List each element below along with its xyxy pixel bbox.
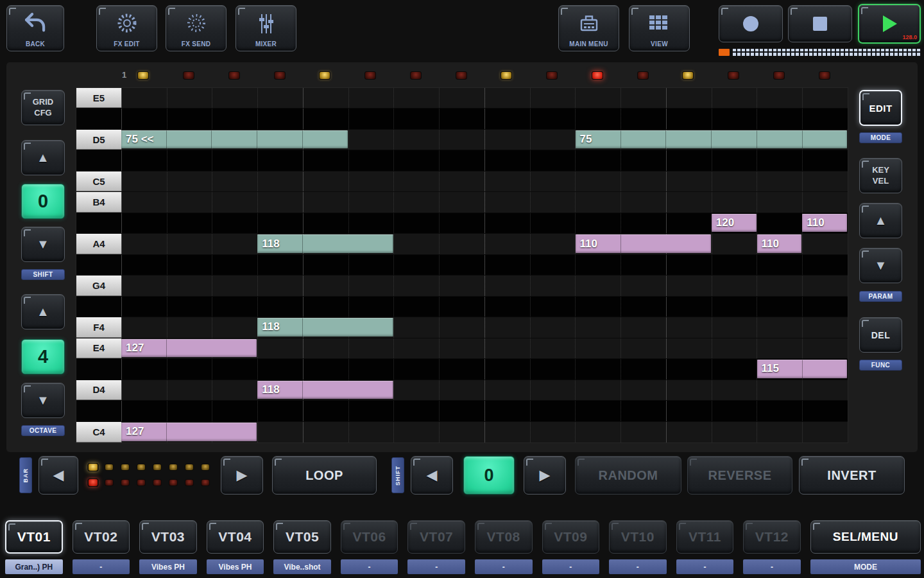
track-button-vt10[interactable]: VT10 [609,520,667,554]
piano-roll[interactable]: E5D575 <<75C5B4120110A4118110110G4F4118E… [76,87,848,443]
loop-button[interactable]: LOOP [272,456,377,495]
note-lane-ds5[interactable] [121,109,848,128]
note-key-gs4[interactable] [76,255,121,275]
note-key-cs4[interactable] [76,401,121,421]
param-up-button[interactable]: ▲ [859,203,902,238]
sel-menu-button[interactable]: SEL/MENU [810,520,921,554]
shift-down-button[interactable]: ▼ [21,227,65,262]
bar-next-button[interactable]: ▶ [221,456,263,495]
note-bar[interactable]: 118 [257,381,393,399]
note-key-b4[interactable]: B4 [76,192,121,212]
track-button-vt03[interactable]: VT03 [139,520,197,554]
note-lane-cs4[interactable] [121,401,848,421]
track-sub-vt03[interactable]: Vibes PH [139,559,197,574]
note-bar[interactable]: 110 [802,214,847,232]
note-bar[interactable]: 127 [121,423,257,441]
note-key-ds4[interactable] [76,359,121,379]
track-button-vt04[interactable]: VT04 [207,520,264,554]
track-button-vt08[interactable]: VT08 [475,520,533,554]
key-vel-button[interactable]: KEY VEL [859,158,902,193]
track-sub-vt01[interactable]: Gran..) PH [5,559,63,574]
note-lane-c5[interactable] [121,171,848,191]
grid-cfg-button[interactable]: GRID CFG [21,90,65,125]
note-key-a4[interactable]: A4 [76,234,121,254]
track-button-vt09[interactable]: VT09 [542,520,600,554]
param-down-button[interactable]: ▼ [859,248,902,283]
note-bar[interactable]: 115 [757,360,848,378]
note-key-as4[interactable] [76,213,121,233]
note-bar[interactable]: 127 [121,339,257,357]
shift-right-button[interactable]: ▶ [524,456,566,495]
track-sub-vt09[interactable]: - [542,559,600,574]
note-bar[interactable]: 120 [712,214,757,232]
del-button[interactable]: DEL [859,317,902,353]
track-button-vt06[interactable]: VT06 [341,520,398,554]
note-bar[interactable]: 110 [576,234,711,252]
fx-edit-button[interactable]: FX EDIT [96,5,157,51]
track-sub-vt12[interactable]: - [743,559,801,574]
random-button[interactable]: RANDOM [575,456,681,495]
track-sub-vt04[interactable]: Vibes PH [207,559,264,574]
invert-button[interactable]: INVERT [799,456,905,495]
track-sub-vt02[interactable]: - [73,559,130,574]
back-button[interactable]: BACK [6,5,64,51]
mixer-button[interactable]: MIXER [235,5,296,51]
note-key-c4[interactable]: C4 [76,422,121,442]
view-button[interactable]: VIEW [629,5,690,51]
note-lane-d4[interactable]: 118 [121,380,848,400]
bar-prev-button[interactable]: ◀ [38,456,78,495]
play-button[interactable]: 128.0 [858,4,921,44]
note-lane-cs5[interactable] [121,150,848,170]
note-key-ds5[interactable] [76,109,121,128]
track-button-vt02[interactable]: VT02 [73,520,130,554]
note-key-g4[interactable]: G4 [76,276,121,295]
main-menu-button[interactable]: MAIN MENU [558,5,619,51]
stop-button[interactable] [788,5,852,42]
note-lane-ds4[interactable]: 115 [121,359,848,379]
edit-mode-button[interactable]: EDIT [859,90,902,126]
note-lane-d5[interactable]: 75 <<75 [121,130,848,150]
track-button-vt12[interactable]: VT12 [743,520,801,554]
track-sub-vt10[interactable]: - [609,559,667,574]
octave-up-button[interactable]: ▲ [21,294,65,329]
note-key-e5[interactable]: E5 [76,88,121,108]
track-button-vt07[interactable]: VT07 [407,520,465,554]
note-lane-gs4[interactable] [121,255,848,275]
note-key-f4[interactable]: F4 [76,317,121,337]
fx-send-button[interactable]: FX SEND [166,5,227,51]
note-key-fs4[interactable] [76,297,121,317]
reverse-button[interactable]: REVERSE [687,456,792,495]
track-sub-vt11[interactable]: - [676,559,734,574]
track-button-vt01[interactable]: VT01 [5,520,63,554]
note-lane-e5[interactable] [121,88,848,108]
note-bar[interactable]: 118 [257,234,393,252]
track-sub-vt07[interactable]: - [407,559,465,574]
note-lane-fs4[interactable] [121,297,848,317]
shift-left-button[interactable]: ◀ [411,456,453,495]
note-bar[interactable]: 110 [757,234,802,252]
note-lane-g4[interactable] [121,276,848,295]
record-button[interactable] [719,5,783,42]
note-bar[interactable]: 75 << [121,130,348,148]
note-lane-b4[interactable] [121,192,848,212]
note-key-c5[interactable]: C5 [76,171,121,191]
track-button-vt11[interactable]: VT11 [676,520,734,554]
octave-down-button[interactable]: ▼ [21,383,65,418]
track-sub-vt08[interactable]: - [475,559,533,574]
note-lane-a4[interactable]: 118110110 [121,234,848,254]
note-lane-f4[interactable]: 118 [121,317,848,337]
track-sub-vt05[interactable]: Vibe..shot [273,559,331,574]
note-key-e4[interactable]: E4 [76,338,121,358]
main-menu-label: MAIN MENU [559,40,619,48]
note-lane-as4[interactable]: 120110 [121,213,848,233]
shift-up-button[interactable]: ▲ [21,140,65,175]
note-bar[interactable]: 118 [257,318,393,336]
track-button-vt05[interactable]: VT05 [273,520,331,554]
track-sub-vt06[interactable]: - [341,559,398,574]
note-key-cs5[interactable] [76,150,121,170]
note-lane-c4[interactable]: 127 [121,422,848,442]
note-lane-e4[interactable]: 127 [121,338,848,358]
note-key-d4[interactable]: D4 [76,380,121,400]
note-bar[interactable]: 75 [576,130,848,148]
note-key-d5[interactable]: D5 [76,130,121,150]
